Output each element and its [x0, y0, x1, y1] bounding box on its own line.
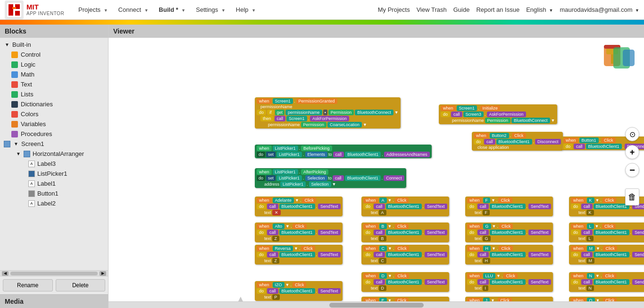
nav-connect[interactable]: Connect ▼ — [114, 2, 153, 17]
trash-button[interactable]: 🗑 — [625, 188, 639, 205]
block-n-click: when N ▼ . Click do call BluetoothClient… — [569, 272, 644, 292]
block-alto-click: when Alto ▼ . Click do call BluetoothCli… — [255, 222, 343, 242]
block-o-click: when O ▼ . Click do call BluetoothClient… — [569, 296, 644, 301]
variables-label: Variables — [21, 120, 46, 128]
button1-item[interactable]: Button1 — [15, 188, 108, 198]
nav-my-projects[interactable]: My Projects — [378, 6, 410, 13]
block-item-lists[interactable]: Lists — [8, 89, 108, 99]
builtin-header[interactable]: ▼ Built-in — [0, 40, 108, 50]
listpicker1-label: ListPicker1 — [37, 170, 67, 177]
mit-logo-icon — [5, 0, 24, 19]
blocks-bottom-buttons: Rename Delete — [0, 276, 108, 294]
nav-build[interactable]: Build * ▼ — [154, 2, 191, 17]
text-color — [11, 81, 18, 88]
procedures-color — [11, 131, 18, 137]
delete-button[interactable]: Delete — [56, 279, 106, 291]
horizontal-arranger-header[interactable]: ▼ HorizontalArranger — [8, 149, 108, 159]
zoom-in-button[interactable]: + — [625, 145, 639, 159]
block-item-control[interactable]: Control — [8, 50, 108, 60]
media-header: Media — [0, 294, 108, 308]
hscroll-left-btn[interactable]: ◀ — [2, 271, 8, 276]
nav-guide[interactable]: Guide — [453, 6, 470, 13]
logic-label: Logic — [21, 61, 35, 68]
nav-projects[interactable]: Projects ▼ — [74, 2, 113, 17]
block-reversa-click: when Reversa ▼ . Click do call Bluetooth… — [255, 244, 343, 265]
control-color — [11, 51, 18, 58]
block-item-logic[interactable]: Logic — [8, 60, 108, 69]
zoom-out-button[interactable]: − — [625, 163, 639, 177]
label3-icon: A — [28, 161, 35, 167]
math-label: Math — [21, 71, 34, 78]
label1-icon: A — [28, 180, 35, 187]
up-arrow[interactable] — [236, 297, 245, 301]
decorative-image — [599, 43, 637, 76]
listpicker1-item[interactable]: ListPicker1 — [15, 169, 108, 179]
blocks-workspace: when Screen1 . PermissionGranted permiss… — [109, 38, 644, 301]
block-listpicker1-before: when ListPicker1 . BeforePicking do set … — [255, 144, 432, 158]
hscroll-thumb — [329, 303, 424, 308]
nav-help[interactable]: Help ▼ — [231, 2, 260, 17]
block-item-dictionaries[interactable]: Dictionaries — [8, 99, 108, 109]
viewer-panel: Viewer — [109, 25, 644, 308]
viewer-controls: ⊙ + − 🗑 — [625, 127, 639, 205]
builtin-toggle: ▼ — [4, 42, 10, 48]
block-g-click: when G ▼ . Click do call BluetoothClient… — [465, 222, 553, 242]
nav-report-issue[interactable]: Report an Issue — [476, 6, 519, 13]
logo-mit: MIT — [26, 3, 64, 11]
target-button[interactable]: ⊙ — [625, 127, 639, 141]
svg-rect-5 — [12, 7, 16, 9]
viewer-canvas[interactable]: when Screen1 . PermissionGranted permiss… — [109, 38, 644, 301]
logo: MIT APP INVENTOR — [5, 0, 64, 19]
block-j-click: when J ▼ . Click do call BluetoothClient… — [465, 296, 553, 301]
label3-label: Label3 — [37, 160, 56, 167]
main-layout: Blocks ▼ Built-in Control Logic — [0, 25, 644, 308]
block-d-click: when D ▼ . Click do call BluetoothClient… — [361, 272, 449, 292]
math-color — [11, 71, 18, 78]
viewer-horizontal-scrollbar[interactable] — [109, 301, 644, 308]
label3-item[interactable]: A Label3 — [15, 159, 108, 169]
dictionaries-color — [11, 101, 18, 108]
screen1-icon — [4, 141, 10, 147]
ha-children: A Label3 ListPicker1 A Label1 — [8, 159, 108, 208]
progress-bar — [0, 20, 644, 25]
lists-label: Lists — [21, 91, 33, 98]
svg-rect-4 — [15, 11, 20, 16]
label2-item[interactable]: A Label2 — [15, 198, 108, 208]
procedures-label: Procedures — [21, 130, 52, 137]
nav-settings[interactable]: Settings ▼ — [191, 2, 230, 17]
nav-right: My Projects View Trash Guide Report an I… — [378, 6, 639, 13]
block-b-click: when B ▼ . Click do call BluetoothClient… — [361, 222, 449, 242]
block-e-click: when E ▼ . Click do call BluetoothClient… — [361, 296, 449, 301]
button1-icon — [28, 190, 35, 197]
nav-language[interactable]: English ▼ — [526, 6, 553, 13]
block-item-procedures[interactable]: Procedures — [8, 129, 108, 139]
rename-button[interactable]: Rename — [3, 279, 53, 291]
colors-label: Colors — [21, 111, 39, 118]
blocks-tree: ▼ Built-in Control Logic Math — [0, 38, 108, 270]
screen1-header[interactable]: ▼ Screen1 — [0, 139, 108, 149]
nav-view-trash[interactable]: View Trash — [417, 6, 447, 13]
block-item-math[interactable]: Math — [8, 69, 108, 79]
block-item-text[interactable]: Text — [8, 79, 108, 89]
label2-icon: A — [28, 200, 35, 207]
lists-color — [11, 91, 18, 98]
block-a-click: when A ▼ . Click do call BluetoothClient… — [361, 196, 449, 216]
hscroll-right-btn[interactable]: ▶ — [100, 271, 106, 276]
builtin-section: ▼ Built-in Control Logic Math — [0, 40, 108, 139]
label2-label: Label2 — [37, 200, 56, 207]
block-item-variables[interactable]: Variables — [8, 119, 108, 129]
nav-user[interactable]: maurodavidsa@gmail.com ▼ — [560, 6, 639, 13]
block-adelante-click: when Adelante ▼ . Click do call Bluetoot… — [255, 196, 343, 216]
panel-horizontal-scrollbar[interactable]: ◀ ▶ — [0, 270, 108, 276]
button1-label: Button1 — [37, 190, 59, 197]
block-permission-granted: when Screen1 . PermissionGranted permiss… — [255, 97, 401, 128]
ha-label: HorizontalArranger — [33, 150, 84, 157]
hscroll-track — [10, 272, 98, 275]
text-label: Text — [21, 81, 32, 88]
screen1-label: Screen1 — [21, 140, 44, 147]
variables-color — [11, 121, 18, 128]
block-c-click: when C ▼ . Click do call BluetoothClient… — [361, 244, 449, 265]
block-item-colors[interactable]: Colors — [8, 109, 108, 119]
logic-color — [11, 61, 18, 68]
label1-item[interactable]: A Label1 — [15, 179, 108, 188]
